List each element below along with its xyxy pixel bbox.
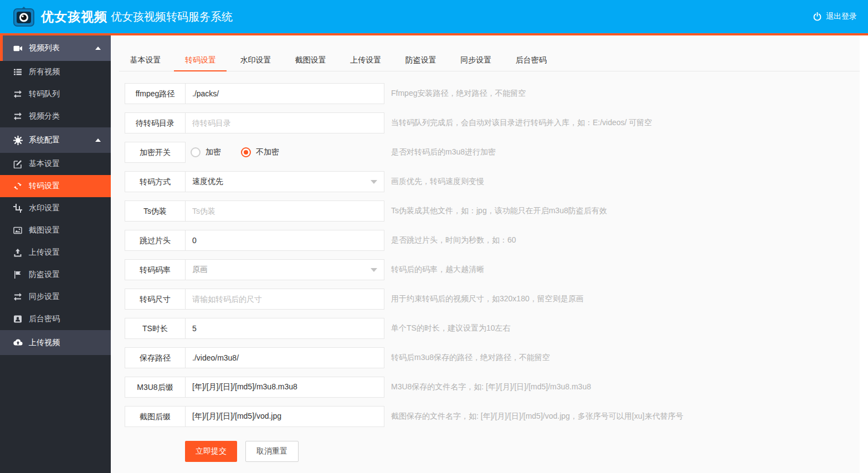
screenshot-suffix-input[interactable]: [185, 406, 384, 427]
sidebar-item-upload-settings[interactable]: 上传设置: [0, 241, 111, 264]
sidebar-item-label: 后台密码: [29, 314, 60, 324]
sidebar-item-label: 视频分类: [29, 111, 60, 121]
sidebar-item-label: 转码队列: [29, 89, 60, 99]
form-row: 待转码目录 当转码队列完成后，会自动对该目录进行转码并入库，如：E:/video…: [125, 112, 683, 133]
field-label: 转码码率: [125, 259, 186, 280]
radio-encrypt[interactable]: 加密: [191, 147, 221, 157]
chevron-up-icon: [95, 47, 101, 50]
sidebar-item-label: 所有视频: [29, 67, 60, 77]
form-row: 转码码率 原画 转码后的码率，越大越清晰: [125, 259, 683, 280]
field-label: 截图后缀: [125, 406, 186, 427]
field-label: 转码方式: [125, 171, 186, 192]
tab-basic-settings[interactable]: 基本设置: [119, 49, 172, 71]
sidebar-item-label: 系统配置: [29, 135, 60, 145]
crop-icon: [12, 204, 23, 213]
page-title: 优女孩视频转码服务系统: [111, 9, 233, 24]
sidebar-item-transcode-queue[interactable]: 转码队列: [0, 83, 111, 105]
ts-duration-input[interactable]: [185, 318, 384, 339]
ffmpeg-path-input[interactable]: [185, 83, 384, 104]
tv-logo-icon: [12, 6, 35, 28]
sidebar-item-label: 截图设置: [29, 225, 60, 235]
field-label: 加密开关: [125, 142, 186, 163]
tab-transcode-settings[interactable]: 转码设置: [174, 49, 227, 71]
sidebar-item-video-category[interactable]: 视频分类: [0, 105, 111, 127]
field-label: TS时长: [125, 318, 186, 339]
submit-button[interactable]: 立即提交: [185, 441, 237, 462]
field-hint: 是否跳过片头，时间为秒数，如：60: [391, 235, 516, 245]
logout-button[interactable]: 退出登录: [813, 0, 857, 33]
edit-icon: [12, 160, 23, 168]
sidebar-item-basic-settings[interactable]: 基本设置: [0, 153, 111, 175]
exchange-icon: [12, 90, 23, 99]
field-hint: 截图保存的文件名字，如: [年]/[月]/[日]/[md5]/vod.jpg，多…: [391, 412, 683, 421]
form-row: 截图后缀 截图保存的文件名字，如: [年]/[月]/[日]/[md5]/vod.…: [125, 406, 683, 427]
tab-antitheft-settings[interactable]: 防盗设置: [394, 49, 447, 71]
save-path-input[interactable]: [185, 347, 384, 368]
power-icon: [813, 12, 822, 22]
m3u8-suffix-input[interactable]: [185, 377, 384, 398]
skip-intro-input[interactable]: [185, 230, 384, 251]
form-row: M3U8后缀 M3U8保存的文件名字，如: [年]/[月]/[日]/[md5]/…: [125, 377, 683, 398]
radio-label: 加密: [206, 147, 221, 157]
chevron-down-icon: [371, 268, 377, 272]
field-label: 跳过片头: [125, 230, 186, 251]
form-row: ffmpeg路径 Ffmpeg安装路径，绝对路径，不能留空: [125, 83, 683, 104]
sidebar-item-video-list[interactable]: 视频列表: [0, 35, 111, 61]
field-hint: Ts伪装成其他文件，如：jpg，该功能只在开启m3u8防盗后有效: [391, 206, 607, 216]
gear-icon: [12, 136, 23, 145]
sidebar-item-admin-password[interactable]: 后台密码: [0, 308, 111, 330]
sidebar-item-screenshot-settings[interactable]: 截图设置: [0, 219, 111, 241]
form-actions: 立即提交 取消重置: [185, 441, 683, 462]
form-row: 加密开关 加密 不加密 是否对转码后的m3u8进行加密: [125, 142, 683, 163]
sidebar-item-system-config[interactable]: 系统配置: [0, 127, 111, 153]
scrollbar-track[interactable]: [860, 35, 868, 473]
field-hint: 画质优先，转码速度则变慢: [391, 177, 484, 187]
reset-button[interactable]: 取消重置: [245, 441, 299, 462]
sidebar-item-transcode-settings[interactable]: 转码设置: [0, 175, 111, 197]
list-icon: [12, 68, 23, 76]
select-value: 原画: [192, 265, 208, 275]
field-label: Ts伪装: [125, 200, 186, 222]
sidebar-item-upload-video[interactable]: 上传视频: [0, 330, 111, 355]
sidebar-item-antitheft-settings[interactable]: 防盗设置: [0, 264, 111, 286]
field-hint: 用于约束转码后的视频尺寸，如320x180，留空则是原画: [391, 294, 584, 304]
field-hint: 当转码队列完成后，会自动对该目录进行转码并入库，如：E:/videos/ 可留空: [391, 118, 652, 128]
upload-icon: [12, 248, 23, 257]
exchange-icon: [12, 112, 23, 121]
field-hint: 转码后的码率，越大越清晰: [391, 265, 484, 275]
bitrate-select[interactable]: 原画: [185, 259, 384, 280]
sidebar-item-watermark-settings[interactable]: 水印设置: [0, 197, 111, 219]
sidebar-item-label: 水印设置: [29, 203, 60, 213]
image-icon: [12, 226, 23, 235]
tab-sync-settings[interactable]: 同步设置: [450, 49, 502, 71]
encrypt-radio-group: 加密 不加密: [185, 142, 384, 163]
app-logo: 优女孩视频: [0, 0, 111, 33]
pending-dir-input[interactable]: [185, 112, 384, 133]
output-size-input[interactable]: [185, 289, 384, 310]
tab-watermark-settings[interactable]: 水印设置: [229, 49, 282, 71]
field-label: ffmpeg路径: [125, 83, 186, 104]
transcode-settings-form: ffmpeg路径 Ffmpeg安装路径，绝对路径，不能留空 待转码目录 当转码队…: [125, 83, 683, 462]
field-hint: 是否对转码后的m3u8进行加密: [391, 147, 496, 157]
tab-admin-password[interactable]: 后台密码: [505, 49, 557, 71]
form-row: 跳过片头 是否跳过片头，时间为秒数，如：60: [125, 230, 683, 251]
sidebar-item-label: 基本设置: [29, 159, 60, 169]
field-hint: M3U8保存的文件名字，如: [年]/[月]/[日]/[md5]/m3u8.m3…: [391, 382, 591, 392]
transcode-mode-select[interactable]: 速度优先: [185, 171, 384, 192]
loop-icon: [12, 182, 23, 191]
sidebar-item-all-videos[interactable]: 所有视频: [0, 61, 111, 83]
select-value: 速度优先: [192, 177, 223, 187]
tab-upload-settings[interactable]: 上传设置: [340, 49, 392, 71]
form-row: 转码尺寸 用于约束转码后的视频尺寸，如320x180，留空则是原画: [125, 289, 683, 310]
form-row: 保存路径 转码后m3u8保存的路径，绝对路径，不能留空: [125, 347, 683, 368]
sidebar-item-sync-settings[interactable]: 同步设置: [0, 286, 111, 308]
app-header: 优女孩视频 优女孩视频转码服务系统 退出登录: [0, 0, 868, 35]
ts-disguise-input[interactable]: [185, 200, 384, 222]
id-card-icon: [12, 315, 23, 323]
field-hint: 单个TS的时长，建议设置为10左右: [391, 323, 510, 333]
radio-no-encrypt[interactable]: 不加密: [241, 147, 279, 157]
sidebar-item-label: 视频列表: [29, 43, 60, 53]
sidebar-item-label: 同步设置: [29, 292, 60, 302]
tab-screenshot-settings[interactable]: 截图设置: [284, 49, 337, 71]
form-row: Ts伪装 Ts伪装成其他文件，如：jpg，该功能只在开启m3u8防盗后有效: [125, 200, 683, 222]
